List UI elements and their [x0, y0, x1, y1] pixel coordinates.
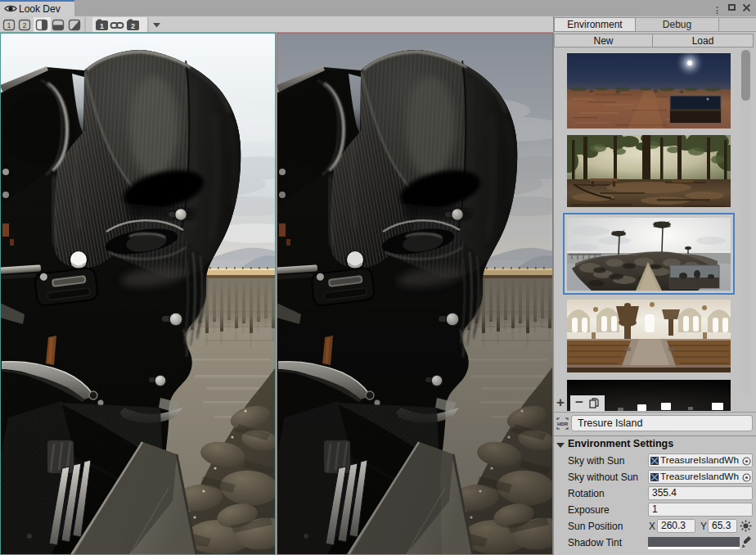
svg-text:2: 2: [22, 21, 26, 29]
svg-text:2: 2: [131, 22, 135, 30]
svg-text:1: 1: [7, 21, 11, 29]
svg-text:HDR: HDR: [557, 422, 569, 426]
svg-text:1: 1: [100, 22, 104, 30]
